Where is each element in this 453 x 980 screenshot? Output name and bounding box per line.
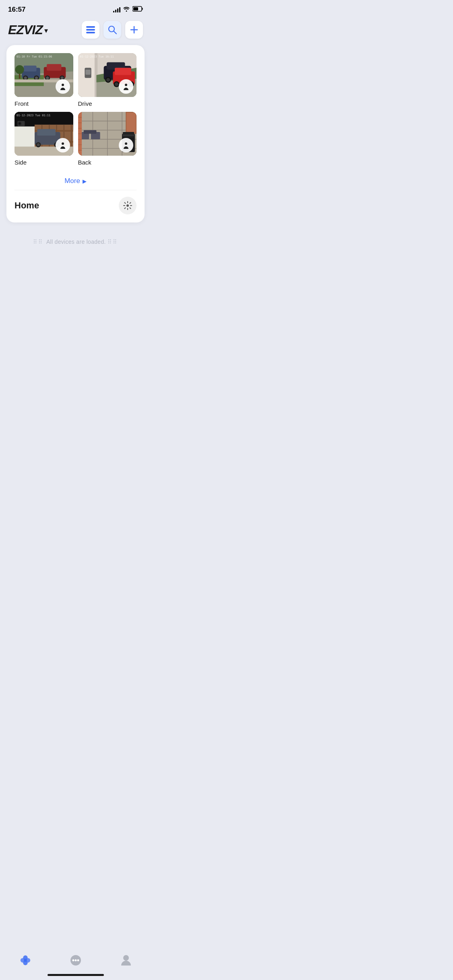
home-section: Home <box>14 190 137 214</box>
status-bar: 16:57 <box>0 0 151 17</box>
svg-rect-5 <box>86 32 95 33</box>
motion-detection-drive[interactable] <box>119 79 133 94</box>
camera-item-back[interactable]: Back <box>78 112 137 166</box>
svg-rect-1 <box>142 8 143 10</box>
home-label: Home <box>14 200 39 211</box>
svg-point-45 <box>114 82 118 86</box>
svg-rect-83 <box>122 135 134 136</box>
svg-point-63 <box>37 143 39 146</box>
wifi-icon <box>123 6 130 13</box>
camera-grid: 01:10 Fr Tue 01:15:06 Front <box>14 53 137 166</box>
svg-rect-4 <box>86 29 95 31</box>
camera-label-back: Back <box>78 159 137 166</box>
svg-point-18 <box>35 76 38 79</box>
svg-point-69 <box>62 142 64 145</box>
main-content: 01:10 Fr Tue 01:15:06 Front <box>0 45 151 255</box>
more-link[interactable]: More ▶ <box>14 172 137 187</box>
svg-rect-2 <box>133 7 138 10</box>
camera-item-side[interactable]: 01-12-2023 Tue 01:11 Side <box>14 112 73 166</box>
svg-line-7 <box>114 31 117 34</box>
status-time: 16:57 <box>8 6 25 14</box>
camera-timestamp-front: 01:10 Fr Tue 01:15:06 <box>17 55 52 58</box>
svg-rect-3 <box>86 26 95 28</box>
search-button[interactable] <box>103 21 121 39</box>
header-actions <box>82 21 143 39</box>
motion-detection-back[interactable] <box>119 138 133 152</box>
logo-container[interactable]: EZVIZ ▾ <box>8 23 48 37</box>
svg-point-22 <box>46 76 49 79</box>
svg-point-39 <box>106 78 110 82</box>
header: EZVIZ ▾ <box>0 17 151 45</box>
svg-point-48 <box>125 84 127 86</box>
camera-label-side: Side <box>14 159 73 166</box>
more-label: More <box>64 177 80 185</box>
svg-point-16 <box>24 76 27 79</box>
devices-loaded: ⠿⠿ All devices are loaded. ⠿⠿ <box>6 229 145 255</box>
devices-loaded-text: All devices are loaded. <box>46 239 106 245</box>
svg-point-28 <box>62 84 64 86</box>
camera-label-drive: Drive <box>78 100 137 107</box>
status-icons <box>113 6 143 13</box>
more-arrow-icon: ▶ <box>83 178 87 184</box>
camera-timestamp-side: 01-12-2023 Tue 01:11 <box>17 114 50 117</box>
home-settings-button[interactable] <box>119 197 137 214</box>
svg-point-68 <box>19 123 21 125</box>
camera-timestamp-drive: 01-12-2023 Tue 16:11 <box>80 55 114 58</box>
svg-point-96 <box>126 204 129 207</box>
camera-thumbnail-side: 01-12-2023 Tue 01:11 <box>14 112 73 156</box>
list-view-button[interactable] <box>82 21 99 39</box>
camera-item-front[interactable]: 01:10 Fr Tue 01:15:06 Front <box>14 53 73 107</box>
dots-left: ⠿⠿ <box>33 239 46 245</box>
camera-thumbnail-front: 01:10 Fr Tue 01:15:06 <box>14 53 73 97</box>
add-button[interactable] <box>125 21 143 39</box>
logo-text: EZVIZ <box>8 23 43 37</box>
svg-rect-43 <box>114 68 131 75</box>
logo-dropdown-icon: ▾ <box>44 26 48 35</box>
camera-thumbnail-drive: 01-12-2023 Tue 16:11 <box>78 53 137 97</box>
svg-point-95 <box>125 142 127 145</box>
motion-detection-front[interactable] <box>56 79 70 94</box>
dots-right: ⠿⠿ <box>108 239 118 245</box>
signal-icon <box>113 7 120 12</box>
svg-rect-61 <box>37 129 55 136</box>
camera-thumbnail-back <box>78 112 137 156</box>
svg-point-26 <box>15 65 24 74</box>
svg-rect-14 <box>24 66 37 72</box>
camera-label-front: Front <box>14 100 73 107</box>
motion-detection-side[interactable] <box>56 138 70 152</box>
battery-icon <box>132 6 143 13</box>
camera-item-drive[interactable]: 01-12-2023 Tue 16:11 Drive <box>78 53 137 107</box>
svg-rect-33 <box>85 70 91 75</box>
camera-card: 01:10 Fr Tue 01:15:06 Front <box>6 45 145 222</box>
svg-rect-86 <box>83 130 96 134</box>
svg-rect-20 <box>47 64 61 70</box>
svg-rect-80 <box>126 113 136 133</box>
